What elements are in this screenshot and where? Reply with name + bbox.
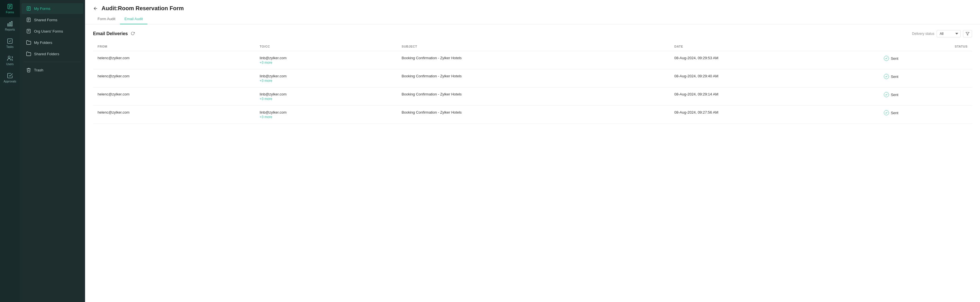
approvals-icon: [7, 73, 13, 79]
page-title: Audit:Room Reservation Form: [102, 5, 184, 12]
refresh-icon: [131, 32, 135, 35]
cell-date-1: 08-Aug-2024, 09:29:40 AM: [670, 70, 879, 87]
main-content: Audit:Room Reservation Form Form Audit E…: [85, 0, 980, 302]
tasks-icon: [7, 38, 13, 44]
cell-date-0: 08-Aug-2024, 09:29:53 AM: [670, 51, 879, 70]
svg-marker-21: [966, 32, 969, 35]
sent-check-icon: [885, 93, 888, 96]
tabs-bar: Form Audit Email Audit: [85, 14, 980, 24]
nav-item-my-folders[interactable]: My Folders: [22, 37, 83, 48]
section-title: Email Deliveries: [93, 31, 128, 36]
col-status: STATUS: [879, 42, 972, 51]
col-tocc: TO/CC: [255, 42, 397, 51]
cell-subject-3: Booking Confirmation - Zylker Hotels: [397, 106, 670, 124]
filter-row: Delivery status All Sent Failed Pending: [912, 30, 972, 37]
cell-subject-2: Booking Confirmation - Zylker Hotels: [397, 87, 670, 106]
cell-tocc-2: linb@zylker.com +3 more: [255, 87, 397, 106]
cell-tocc-3: linb@zylker.com +3 more: [255, 106, 397, 124]
cell-status-2: Sent: [879, 87, 972, 106]
trash-label: Trash: [34, 68, 43, 72]
section-title-row: Email Deliveries: [93, 31, 135, 36]
col-date: DATE: [670, 42, 879, 51]
tab-email-audit[interactable]: Email Audit: [120, 14, 148, 24]
my-folders-icon: [26, 40, 31, 45]
cell-status-1: Sent: [879, 70, 972, 87]
cell-subject-1: Booking Confirmation - Zylker Hotels: [397, 70, 670, 87]
filter-button[interactable]: [963, 30, 972, 37]
users-icon: [7, 55, 13, 62]
cell-tocc-0: linb@zylker.com +3 more: [255, 51, 397, 70]
org-forms-label: Org Users' Forms: [34, 29, 63, 33]
back-arrow-icon: [93, 6, 98, 11]
sidebar-item-tasks[interactable]: Tasks: [0, 35, 20, 52]
delivery-status-label: Delivery status: [912, 32, 934, 36]
trash-icon: [26, 67, 31, 73]
table-row[interactable]: helenc@zylker.com linb@zylker.com +3 mor…: [93, 87, 972, 106]
sent-check-icon: [885, 57, 888, 60]
tasks-label: Tasks: [6, 45, 14, 49]
cell-date-3: 08-Aug-2024, 09:27:56 AM: [670, 106, 879, 124]
shared-folders-label: Shared Folders: [34, 52, 59, 56]
page-header: Audit:Room Reservation Form: [85, 0, 980, 12]
status-select[interactable]: All Sent Failed Pending: [937, 30, 961, 37]
sidebar-item-approvals[interactable]: Approvals: [0, 69, 20, 86]
cell-status-0: Sent: [879, 51, 972, 70]
my-forms-icon: [26, 6, 31, 11]
forms-icon: [7, 3, 13, 9]
sidebar-item-reports[interactable]: Reports: [0, 17, 20, 35]
my-forms-label: My Forms: [34, 6, 51, 11]
org-forms-icon: [26, 28, 31, 34]
col-from: FROM: [93, 42, 255, 51]
svg-point-8: [8, 56, 10, 58]
cell-subject-0: Booking Confirmation - Zylker Hotels: [397, 51, 670, 70]
sent-check-icon: [885, 111, 888, 114]
svg-rect-6: [11, 22, 13, 26]
section-header: Email Deliveries Delivery status All Sen…: [93, 30, 972, 37]
svg-rect-4: [8, 24, 9, 26]
col-subject: SUBJECT: [397, 42, 670, 51]
nav-item-shared-forms[interactable]: Shared Forms: [22, 14, 83, 25]
nav-item-org-users-forms[interactable]: Org Users' Forms: [22, 26, 83, 36]
shared-forms-icon: [26, 17, 31, 22]
cell-from-1: helenc@zylker.com: [93, 70, 255, 87]
tab-form-audit[interactable]: Form Audit: [93, 14, 120, 24]
nav-item-trash[interactable]: Trash: [22, 65, 83, 75]
cell-status-3: Sent: [879, 106, 972, 124]
forms-label: Forms: [6, 11, 14, 14]
shared-folders-icon: [26, 51, 31, 56]
email-deliveries-table: FROM TO/CC SUBJECT DATE STATUS helenc@zy…: [93, 42, 972, 124]
sent-check-icon: [885, 75, 888, 78]
content-area: Email Deliveries Delivery status All Sen…: [85, 24, 980, 302]
my-folders-label: My Folders: [34, 41, 52, 45]
filter-icon: [966, 32, 969, 36]
sidebar-item-forms[interactable]: Forms: [0, 0, 20, 17]
approvals-label: Approvals: [4, 80, 16, 83]
nav-item-my-forms[interactable]: My Forms: [22, 3, 83, 14]
cell-from-0: helenc@zylker.com: [93, 51, 255, 70]
reports-icon: [7, 21, 13, 27]
sidebar-item-users[interactable]: Users: [0, 52, 20, 69]
cell-tocc-1: linb@zylker.com +3 more: [255, 70, 397, 87]
nav-sidebar: My Forms Shared Forms Org Users' Forms M…: [20, 0, 85, 302]
shared-forms-label: Shared Forms: [34, 18, 57, 22]
icon-sidebar: Forms Reports Tasks Users Approvals: [0, 0, 20, 302]
users-label: Users: [6, 63, 14, 66]
cell-from-3: helenc@zylker.com: [93, 106, 255, 124]
svg-rect-5: [10, 22, 11, 26]
reports-label: Reports: [5, 28, 15, 31]
nav-item-shared-folders[interactable]: Shared Folders: [22, 49, 83, 59]
table-row[interactable]: helenc@zylker.com linb@zylker.com +3 mor…: [93, 70, 972, 87]
table-row[interactable]: helenc@zylker.com linb@zylker.com +3 mor…: [93, 51, 972, 70]
table-row[interactable]: helenc@zylker.com linb@zylker.com +3 mor…: [93, 106, 972, 124]
back-button[interactable]: [93, 6, 98, 11]
refresh-button[interactable]: [131, 32, 135, 36]
cell-date-2: 08-Aug-2024, 09:29:14 AM: [670, 87, 879, 106]
cell-from-2: helenc@zylker.com: [93, 87, 255, 106]
